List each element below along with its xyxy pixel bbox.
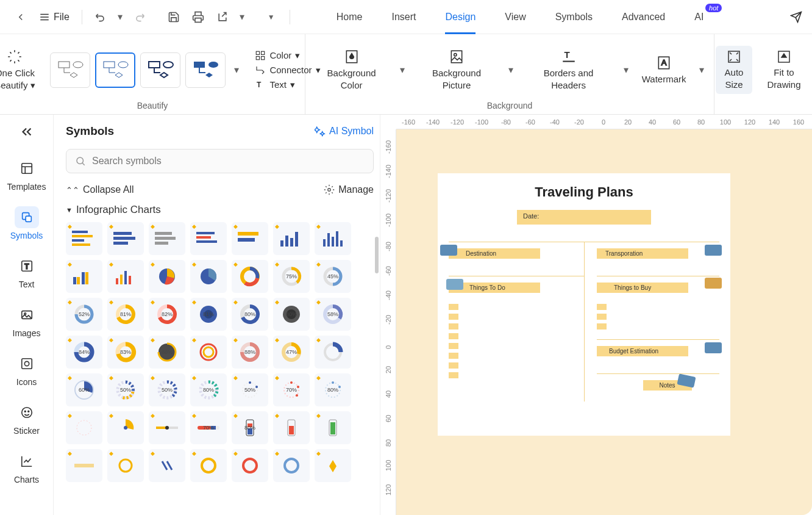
symbol-thumb[interactable]: 81% bbox=[190, 298, 227, 331]
symbol-thumb[interactable] bbox=[315, 411, 351, 444]
style-thumb-4[interactable] bbox=[185, 52, 226, 88]
symbol-thumb[interactable] bbox=[149, 411, 185, 444]
symbol-thumb[interactable] bbox=[149, 260, 185, 293]
section-buy[interactable]: Things to Buy bbox=[597, 283, 688, 293]
redo-button[interactable] bbox=[129, 6, 151, 28]
borders-headers[interactable]: T Borders and Headers bbox=[522, 49, 616, 91]
menu-symbols[interactable]: Symbols bbox=[541, 0, 607, 34]
background-picture[interactable]: Background Picture bbox=[413, 49, 500, 91]
bg-color-dd[interactable]: ▾ bbox=[396, 64, 408, 76]
symbol-thumb[interactable]: 80% bbox=[273, 298, 310, 331]
symbol-thumb[interactable] bbox=[232, 222, 268, 255]
menu-ai[interactable]: AI hot bbox=[680, 0, 718, 34]
undo-dropdown[interactable]: ▾ bbox=[114, 11, 126, 23]
category-infographic[interactable]: ▼Infographic Charts bbox=[66, 204, 374, 216]
menu-view[interactable]: View bbox=[490, 0, 540, 34]
symbol-thumb[interactable] bbox=[190, 222, 227, 255]
symbol-thumb[interactable] bbox=[107, 222, 144, 255]
watermark-dd[interactable]: ▾ bbox=[696, 64, 708, 76]
search-input[interactable] bbox=[92, 156, 365, 167]
symbol-thumb[interactable]: 70% bbox=[190, 411, 227, 444]
export-dropdown[interactable]: ▾ bbox=[236, 11, 248, 23]
symbol-thumb[interactable]: 58% bbox=[315, 298, 351, 331]
symbol-thumb[interactable]: 88% bbox=[232, 336, 268, 369]
symbol-thumb[interactable] bbox=[232, 260, 268, 293]
back-button[interactable] bbox=[10, 6, 32, 28]
background-color[interactable]: Background Color bbox=[312, 49, 391, 91]
symbol-thumb[interactable]: 88% bbox=[149, 336, 185, 369]
symbol-thumb[interactable] bbox=[66, 260, 102, 293]
rail-charts[interactable]: Charts bbox=[0, 444, 53, 491]
rail-text[interactable]: T Text bbox=[0, 249, 53, 295]
symbol-thumb[interactable] bbox=[232, 449, 268, 482]
symbol-thumb[interactable] bbox=[273, 411, 310, 444]
rail-symbols[interactable]: Symbols bbox=[0, 200, 53, 247]
symbol-thumb[interactable]: 80% bbox=[232, 298, 268, 331]
undo-button[interactable] bbox=[90, 6, 112, 28]
menu-home[interactable]: Home bbox=[322, 0, 377, 34]
more-dropdown[interactable]: ▼ bbox=[260, 6, 282, 28]
print-button[interactable] bbox=[187, 6, 209, 28]
one-click-beautify[interactable]: One Click Beautify ▾ bbox=[0, 49, 45, 91]
symbol-thumb[interactable]: 50% bbox=[149, 373, 185, 406]
list-item[interactable] bbox=[449, 362, 458, 369]
style-thumb-3[interactable] bbox=[140, 52, 180, 88]
rail-images[interactable]: Images bbox=[0, 298, 53, 344]
symbol-thumb[interactable]: 70% bbox=[273, 373, 310, 406]
menu-advanced[interactable]: Advanced bbox=[607, 0, 680, 34]
symbol-thumb[interactable]: 82% bbox=[149, 298, 185, 331]
collapse-all[interactable]: ⌃⌃Collapse All bbox=[66, 184, 134, 195]
symbol-thumb[interactable]: 45% bbox=[315, 260, 351, 293]
export-button[interactable] bbox=[212, 6, 233, 28]
fit-to-drawing[interactable]: Fit to Drawing bbox=[757, 49, 811, 90]
symbol-thumb[interactable]: 52% bbox=[66, 298, 102, 331]
rail-collapse[interactable] bbox=[15, 120, 39, 144]
symbol-thumb[interactable] bbox=[107, 260, 144, 293]
symbol-thumb[interactable] bbox=[107, 449, 144, 482]
date-field[interactable]: Date: bbox=[517, 210, 651, 225]
section-transport[interactable]: Transporation bbox=[597, 248, 688, 259]
symbol-thumb[interactable] bbox=[315, 222, 351, 255]
scrollbar[interactable] bbox=[375, 237, 379, 273]
symbol-thumb[interactable] bbox=[107, 411, 144, 444]
symbol-thumb[interactable] bbox=[66, 449, 102, 482]
list-item[interactable] bbox=[449, 372, 458, 378]
styles-dropdown[interactable]: ▾ bbox=[230, 64, 243, 76]
section-destination[interactable]: Destination bbox=[449, 248, 540, 259]
symbol-thumb[interactable]: 84% bbox=[66, 336, 102, 369]
symbol-thumb[interactable]: 60% bbox=[66, 373, 102, 406]
ai-symbol-button[interactable]: AI Symbol bbox=[315, 126, 374, 137]
menu-insert[interactable]: Insert bbox=[377, 0, 430, 34]
borders-dd[interactable]: ▾ bbox=[620, 64, 632, 76]
canvas[interactable]: Traveling Plans Date: Destination Things… bbox=[396, 129, 812, 515]
symbol-thumb[interactable]: 83% bbox=[107, 336, 144, 369]
auto-size[interactable]: Auto Size bbox=[716, 46, 752, 94]
style-thumb-1[interactable] bbox=[50, 52, 90, 88]
symbol-thumb[interactable] bbox=[149, 222, 185, 255]
list-item[interactable] bbox=[449, 353, 458, 359]
rail-templates[interactable]: Templates bbox=[0, 151, 53, 198]
symbol-thumb[interactable]: 80% bbox=[232, 411, 268, 444]
symbol-thumb[interactable]: 81% bbox=[107, 298, 144, 331]
symbol-thumb[interactable]: 50% bbox=[232, 373, 268, 406]
section-budget[interactable]: Budget Estimation bbox=[597, 346, 688, 356]
symbol-thumb[interactable] bbox=[66, 222, 102, 255]
symbol-thumb[interactable]: 80% bbox=[315, 373, 351, 406]
document[interactable]: Traveling Plans Date: Destination Things… bbox=[438, 173, 730, 436]
watermark[interactable]: A Watermark bbox=[637, 55, 691, 85]
symbol-thumb[interactable] bbox=[190, 336, 227, 369]
symbol-thumb[interactable]: 80% bbox=[190, 373, 227, 406]
symbol-thumb[interactable] bbox=[273, 449, 310, 482]
symbol-thumb[interactable] bbox=[315, 449, 351, 482]
save-button[interactable] bbox=[163, 6, 185, 28]
search-symbols[interactable] bbox=[66, 149, 374, 173]
symbol-thumb[interactable] bbox=[190, 260, 227, 293]
list-item[interactable] bbox=[449, 304, 458, 310]
symbol-thumb[interactable]: 47% bbox=[273, 336, 310, 369]
list-item[interactable] bbox=[449, 314, 458, 320]
list-item[interactable] bbox=[449, 323, 458, 330]
manage-button[interactable]: Manage bbox=[324, 184, 374, 195]
symbol-thumb[interactable] bbox=[273, 222, 310, 255]
list-item[interactable] bbox=[449, 343, 458, 349]
menu-design[interactable]: Design bbox=[430, 0, 490, 34]
